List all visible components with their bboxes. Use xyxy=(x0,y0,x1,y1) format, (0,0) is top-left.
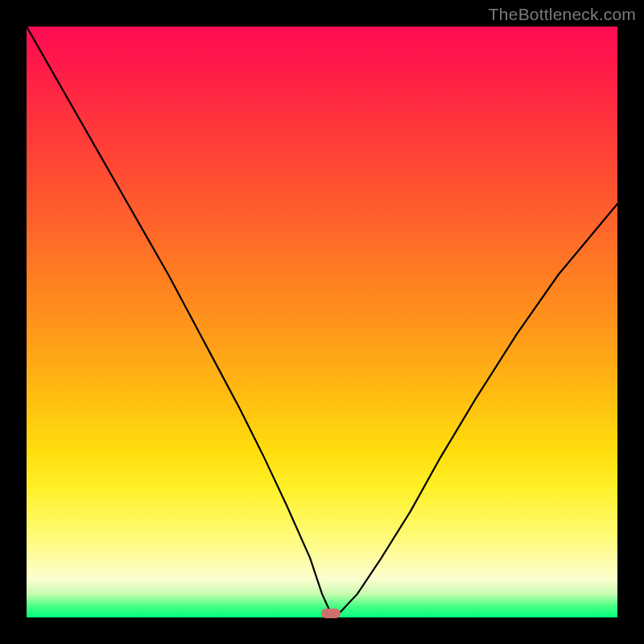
curve-svg xyxy=(27,27,617,617)
plot-area xyxy=(27,27,617,617)
chart-frame: TheBottleneck.com xyxy=(0,0,644,644)
optimum-marker xyxy=(321,609,341,618)
watermark-text: TheBottleneck.com xyxy=(489,5,636,24)
bottleneck-curve xyxy=(27,27,617,613)
